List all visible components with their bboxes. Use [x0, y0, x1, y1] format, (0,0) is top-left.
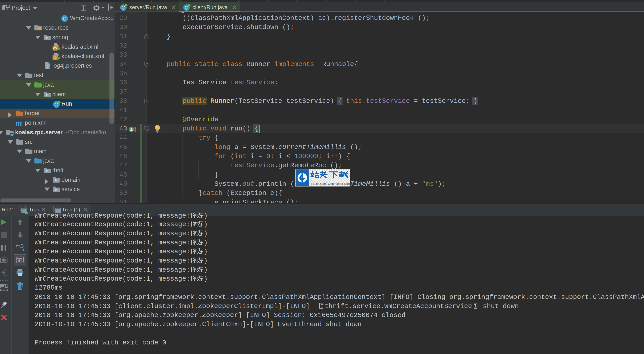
svg-text:<>: <>: [53, 46, 58, 51]
svg-text:C: C: [122, 5, 125, 10]
svg-text:C: C: [54, 102, 58, 108]
svg-text:<>: <>: [53, 55, 58, 60]
svg-text:C: C: [63, 16, 67, 22]
svg-text:C: C: [185, 5, 188, 10]
